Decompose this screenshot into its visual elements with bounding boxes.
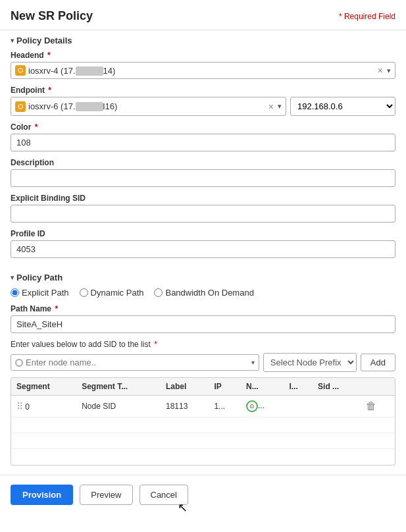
profile-id-label: Profile ID xyxy=(11,229,395,238)
footer: Provision Preview Cancel ↖ xyxy=(0,475,406,514)
policy-path-chevron-icon: ▾ xyxy=(11,274,14,281)
headend-clear-button[interactable]: × xyxy=(376,65,384,76)
endpoint-value: iosxrv-6 (17.xxxxxxxl16) xyxy=(28,101,265,111)
table-empty-row-1 xyxy=(11,417,395,433)
endpoint-dropdown-arrow[interactable]: ▾ xyxy=(278,102,282,111)
sid-table: Segment Segment T... Label IP N... I... … xyxy=(11,378,395,465)
sid-table-container: Segment Segment T... Label IP N... I... … xyxy=(11,377,395,466)
policy-details-header[interactable]: ▾ Policy Details xyxy=(11,36,395,45)
color-field: Color * xyxy=(11,122,395,151)
color-label: Color * xyxy=(11,122,395,132)
node-prefix-select[interactable]: Select Node Prefix xyxy=(263,353,357,372)
provision-button[interactable]: Provision xyxy=(11,485,73,505)
headend-field: Headend * ⬡ iosxrv-4 (17.xxxxxxx14) × ▾ xyxy=(11,51,395,79)
sid-section-label: Enter values below to add SID to the lis… xyxy=(11,340,395,349)
headend-required-star: * xyxy=(47,51,51,60)
col-segment-type: Segment T... xyxy=(76,378,161,396)
description-input[interactable] xyxy=(11,169,395,187)
explicit-path-radio-label[interactable]: Explicit Path xyxy=(11,288,69,298)
drag-handle-icon[interactable]: ⠿ xyxy=(16,401,23,412)
headend-dropdown-arrow[interactable]: ▾ xyxy=(387,66,391,75)
policy-path-section: ▾ Policy Path Explicit Path Dynamic Path… xyxy=(0,267,406,475)
node-dropdown-arrow-icon[interactable]: ▾ xyxy=(251,359,255,366)
profile-id-input[interactable] xyxy=(11,240,395,258)
chevron-down-icon: ▾ xyxy=(11,37,14,44)
explicit-binding-sid-label: Explicit Binding SID xyxy=(11,194,395,203)
explicit-binding-sid-field: Explicit Binding SID xyxy=(11,194,395,223)
table-empty-row-2 xyxy=(11,433,395,449)
cancel-button[interactable]: Cancel xyxy=(140,485,188,505)
path-name-field: Path Name * xyxy=(11,304,395,333)
col-i: I... xyxy=(284,378,313,396)
path-name-required-star: * xyxy=(55,304,58,313)
policy-details-label: Policy Details xyxy=(16,36,72,45)
bod-radio-label[interactable]: Bandwidth On Demand xyxy=(154,288,253,298)
table-empty-row-3 xyxy=(11,449,395,465)
bod-radio[interactable] xyxy=(154,288,163,297)
endpoint-ip-select[interactable]: 192.168.0.6 xyxy=(290,97,395,116)
endpoint-router-icon: ⬡ xyxy=(15,101,26,112)
endpoint-clear-button[interactable]: × xyxy=(267,101,275,112)
description-field: Description xyxy=(11,158,395,187)
col-n: N... xyxy=(241,378,284,396)
endpoint-select[interactable]: ⬡ iosxrv-6 (17.xxxxxxxl16) × ▾ xyxy=(11,97,286,116)
col-actions xyxy=(359,378,395,396)
page-container: New SR Policy * Required Field ▾ Policy … xyxy=(0,0,406,532)
cell-i xyxy=(284,396,313,417)
preview-button[interactable]: Preview xyxy=(80,485,132,505)
dynamic-path-radio[interactable] xyxy=(80,288,88,297)
page-header: New SR Policy * Required Field xyxy=(0,0,406,30)
profile-id-field: Profile ID xyxy=(11,229,395,258)
path-name-label: Path Name * xyxy=(11,304,395,313)
policy-details-section: ▾ Policy Details Headend * ⬡ iosxrv-4 (1… xyxy=(0,30,406,267)
cell-sid xyxy=(313,396,359,417)
explicit-path-radio[interactable] xyxy=(11,288,19,297)
table-row: ⠿ 0 Node SID 18113 1... ⊙... xyxy=(11,396,395,417)
add-sid-button[interactable]: Add xyxy=(361,354,395,371)
col-segment: Segment xyxy=(11,378,76,396)
status-circle-icon: ⊙ xyxy=(246,400,258,412)
delete-row-button[interactable]: 🗑 xyxy=(365,400,378,412)
color-required-star: * xyxy=(35,122,38,132)
sid-entry-section: Enter values below to add SID to the lis… xyxy=(11,340,395,466)
bod-label: Bandwidth On Demand xyxy=(165,288,253,298)
sid-add-row: ▾ Select Node Prefix Add xyxy=(11,353,395,372)
cell-label: 18113 xyxy=(161,396,209,417)
router-icon: ⬡ xyxy=(15,65,26,76)
segment-number: 0 xyxy=(25,402,30,412)
node-radio-icon xyxy=(15,359,23,367)
headend-label: Headend * xyxy=(11,51,395,60)
headend-select[interactable]: ⬡ iosxrv-4 (17.xxxxxxx14) × ▾ xyxy=(11,62,395,79)
cell-ip: 1... xyxy=(209,396,241,417)
path-name-input[interactable] xyxy=(11,315,395,333)
explicit-path-label: Explicit Path xyxy=(22,288,69,298)
endpoint-row: ⬡ iosxrv-6 (17.xxxxxxxl16) × ▾ 192.168.0… xyxy=(11,97,395,116)
cell-n: ⊙... xyxy=(241,396,284,417)
required-field-note: * Required Field xyxy=(339,12,395,21)
col-ip: IP xyxy=(209,378,241,396)
color-input[interactable] xyxy=(11,134,395,151)
cell-segment-type: Node SID xyxy=(76,396,161,417)
page-title: New SR Policy xyxy=(11,9,93,23)
endpoint-field: Endpoint * ⬡ iosxrv-6 (17.xxxxxxxl16) × … xyxy=(11,86,395,116)
endpoint-required-star: * xyxy=(48,86,51,95)
col-label: Label xyxy=(161,378,209,396)
policy-path-header[interactable]: ▾ Policy Path xyxy=(11,273,395,282)
path-type-radio-group: Explicit Path Dynamic Path Bandwidth On … xyxy=(11,288,395,298)
dynamic-path-label: Dynamic Path xyxy=(91,288,144,298)
cell-segment: ⠿ 0 xyxy=(11,396,76,417)
endpoint-label: Endpoint * xyxy=(11,86,395,95)
explicit-binding-sid-input[interactable] xyxy=(11,205,395,223)
policy-path-label: Policy Path xyxy=(16,273,63,282)
node-name-input[interactable] xyxy=(26,358,251,367)
node-name-wrap: ▾ xyxy=(11,354,259,371)
dynamic-path-radio-label[interactable]: Dynamic Path xyxy=(80,288,144,298)
headend-value: iosxrv-4 (17.xxxxxxx14) xyxy=(28,66,374,76)
sid-required-star: * xyxy=(154,340,157,349)
cell-delete: 🗑 xyxy=(359,396,395,417)
table-header-row: Segment Segment T... Label IP N... I... … xyxy=(11,378,395,396)
description-label: Description xyxy=(11,158,395,167)
col-sid: Sid ... xyxy=(313,378,359,396)
